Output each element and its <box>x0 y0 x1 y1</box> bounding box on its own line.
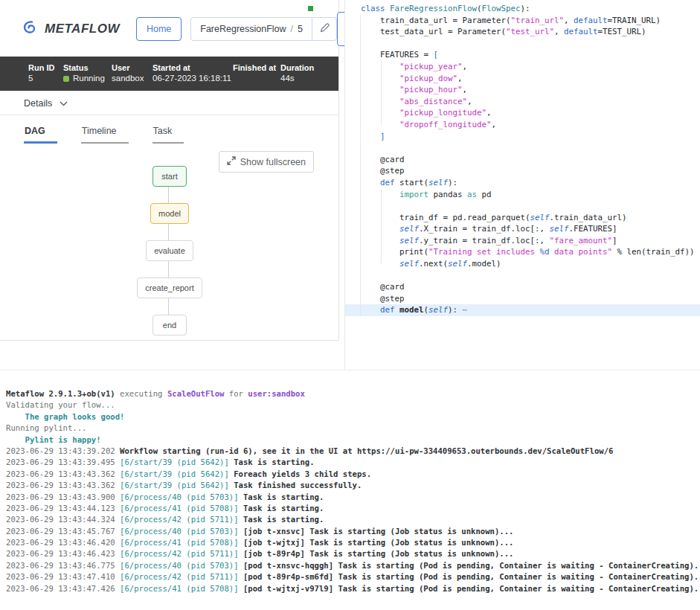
code-line: def start(self): <box>361 177 700 189</box>
tab-task[interactable]: Task <box>152 126 184 144</box>
metaflow-logo: METAFLOW <box>22 19 120 39</box>
code-line: test_data_url = Parameter("test_url", de… <box>361 26 700 38</box>
dag-node-start[interactable]: start <box>152 166 187 187</box>
metaflow-swirl-icon <box>22 19 40 39</box>
terminal-line: 2023-06-29 13:43:39.202 Workflow startin… <box>6 446 700 457</box>
code-line <box>361 270 700 282</box>
details-toggle[interactable]: Details <box>0 91 338 115</box>
run-info-finished-at: Finished at <box>233 62 280 85</box>
breadcrumb-separator: / <box>291 24 293 34</box>
code-line: ] <box>361 131 700 143</box>
run-info-status: StatusRunning <box>63 62 112 85</box>
pencil-icon <box>320 22 330 36</box>
code-lines: class FareRegressionFlow(FlowSpec): trai… <box>345 0 700 316</box>
home-button[interactable]: Home <box>136 17 182 41</box>
code-line: "dropoff_longitude", <box>361 119 700 131</box>
run-info-run-id: Run ID5 <box>28 62 63 85</box>
connection-indicator <box>308 6 313 11</box>
run-info-bar: Run ID5StatusRunningUsersandboxStarted a… <box>0 57 338 91</box>
terminal-line: 2023-06-29 13:43:47.410 [6/process/42 (p… <box>6 571 700 582</box>
status-dot-icon <box>63 76 69 82</box>
code-line: @card <box>361 154 700 166</box>
terminal-line: 2023-06-29 13:43:44.123 [6/process/41 (p… <box>6 503 700 514</box>
indent-guide <box>381 61 382 125</box>
dag-view: Show fullscreen startmodelevaluatecreate… <box>0 144 338 346</box>
terminal-line: 2023-06-29 13:43:44.324 [6/process/42 (p… <box>6 514 700 525</box>
breadcrumb-flow-name[interactable]: FareRegressionFlow <box>200 24 286 34</box>
code-line: "abs_distance", <box>361 96 700 108</box>
code-viewer: class FareRegressionFlow(FlowSpec): trai… <box>344 0 700 370</box>
code-line <box>361 38 700 50</box>
app-header: METAFLOW Home FareRegressionFlow / 5 Qui… <box>0 0 338 57</box>
run-info-duration: Duration44s <box>280 62 325 85</box>
code-line: › def model(self): ⋯ <box>345 304 700 316</box>
code-line: @step <box>361 165 700 177</box>
terminal-line: 2023-06-29 13:43:43.362 [6/start/39 (pid… <box>6 480 700 491</box>
run-info-started-at: Started at06-27-2023 16:18:11 <box>152 62 233 85</box>
code-line: "pickup_dow", <box>361 73 700 85</box>
run-overview-card: METAFLOW Home FareRegressionFlow / 5 Qui… <box>0 0 339 341</box>
view-tabs: DAGTimelineTask <box>0 115 338 144</box>
terminal-line: 2023-06-29 13:43:43.900 [6/process/40 (p… <box>6 492 700 503</box>
terminal-line: Validating your flow... <box>6 399 700 411</box>
code-line: self.y_train = train_df.loc[:, "fare_amo… <box>361 235 700 247</box>
edit-breadcrumb-button[interactable] <box>312 18 336 40</box>
breadcrumb-run-id[interactable]: 5 <box>298 24 303 34</box>
dag-nodes: startmodelevaluatecreate_reportend <box>0 166 339 352</box>
terminal-line: 2023-06-29 13:43:46.420 [6/process/41 (p… <box>6 537 700 548</box>
terminal-line: Pylint is happy! <box>6 434 700 446</box>
terminal-line: The graph looks good! <box>6 411 700 423</box>
indent-guide <box>360 15 361 316</box>
code-line <box>361 142 700 154</box>
tab-timeline[interactable]: Timeline <box>81 126 129 144</box>
code-line: class FareRegressionFlow(FlowSpec): <box>361 3 700 15</box>
code-line: @card <box>361 281 700 293</box>
code-line: "pickup_longitude", <box>361 107 700 119</box>
chevron-down-icon <box>60 98 68 109</box>
code-line: train_data_url = Parameter("train_url", … <box>361 15 700 27</box>
breadcrumb[interactable]: FareRegressionFlow / 5 <box>190 17 337 41</box>
terminal-line: 2023-06-29 13:43:46.775 [6/process/40 (p… <box>6 560 700 571</box>
code-line <box>361 200 700 212</box>
terminal-line: 2023-06-29 13:43:46.423 [6/process/42 (p… <box>6 548 700 559</box>
indent-guide <box>381 189 382 263</box>
code-line: "pickup_hour", <box>361 84 700 96</box>
terminal-line: 2023-06-29 13:43:43.362 [6/start/39 (pid… <box>6 469 700 480</box>
dag-node-end[interactable]: end <box>152 315 187 336</box>
code-line: train_df = pd.read_parquet(self.train_da… <box>361 212 700 224</box>
dag-node-model[interactable]: model <box>150 203 189 224</box>
terminal-line: 2023-06-29 13:43:39.495 [6/start/39 (pid… <box>6 457 700 468</box>
logo-text: METAFLOW <box>45 22 120 36</box>
terminal-output: Metaflow 2.9.1.3+ob(v1) executing ScaleO… <box>0 370 700 610</box>
details-label: Details <box>24 98 52 109</box>
code-line: self.X_train = train_df.loc[:, self.FEAT… <box>361 223 700 235</box>
dag-node-evaluate[interactable]: evaluate <box>146 240 193 261</box>
terminal-line: Metaflow 2.9.1.3+ob(v1) executing ScaleO… <box>6 388 700 399</box>
code-line: self.next(self.model) <box>361 258 700 270</box>
terminal-line: Running pylint... <box>6 423 700 434</box>
code-line: print("Training set includes %d data poi… <box>361 246 700 258</box>
dag-node-create_report[interactable]: create_report <box>137 277 202 298</box>
code-line: import pandas as pd <box>361 189 700 201</box>
tab-dag[interactable]: DAG <box>24 126 57 144</box>
terminal-line: 2023-06-29 13:43:47.426 [6/process/41 (p… <box>6 583 700 594</box>
code-line: "pickup_year", <box>361 61 700 73</box>
terminal-line: 2023-06-29 13:43:45.767 [6/process/40 (p… <box>6 526 700 537</box>
terminal-lines: Metaflow 2.9.1.3+ob(v1) executing ScaleO… <box>0 370 700 594</box>
code-line: FEATURES = [ <box>361 49 700 61</box>
code-line: @step <box>361 293 700 305</box>
run-info-user: Usersandbox <box>112 62 152 85</box>
